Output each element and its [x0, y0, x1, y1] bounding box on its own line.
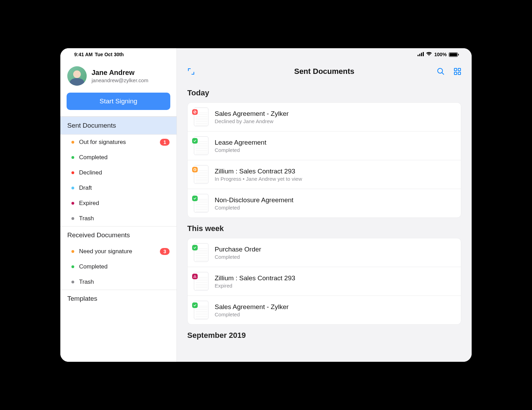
document-title: Zillium : Sales Contract 293 — [215, 168, 302, 175]
status-badge-icon — [192, 109, 198, 115]
status-dot-icon — [71, 156, 74, 159]
document-thumbnail — [194, 136, 208, 155]
document-thumbnail — [194, 243, 208, 262]
status-badge-icon — [192, 167, 198, 172]
sidebar-item-sent-0[interactable]: Out for signatures1 — [60, 135, 177, 150]
count-badge: 1 — [160, 139, 170, 146]
document-row[interactable]: Zillium : Sales Contract 293In Progress … — [188, 160, 461, 189]
profile-email: janeandrew@zylker.com — [92, 77, 148, 83]
document-thumbnail — [194, 301, 208, 319]
status-dot-icon — [71, 171, 74, 174]
sidebar-item-label: Trash — [79, 279, 170, 285]
sidebar: Jane Andrew janeandrew@zylker.com Start … — [60, 48, 177, 362]
document-row[interactable]: Purchase OrderCompleted — [188, 238, 461, 267]
status-dot-icon — [71, 141, 74, 144]
status-dot-icon — [71, 202, 74, 205]
document-row[interactable]: Lease AgreementCompleted — [188, 131, 461, 160]
sidebar-item-received-1[interactable]: Completed — [60, 259, 177, 274]
profile[interactable]: Jane Andrew janeandrew@zylker.com — [60, 63, 177, 91]
sidebar-item-label: Draft — [79, 185, 170, 191]
svg-rect-8 — [454, 72, 457, 75]
svg-rect-9 — [458, 72, 461, 75]
status-badge-icon — [192, 196, 198, 201]
document-row[interactable]: Non-Disclosure AgreementCompleted — [188, 189, 461, 217]
expand-icon[interactable] — [187, 67, 196, 76]
start-signing-button[interactable]: Start Signing — [67, 93, 170, 110]
sidebar-item-sent-1[interactable]: Completed — [60, 150, 177, 165]
svg-point-4 — [438, 68, 443, 73]
screen: Jane Andrew janeandrew@zylker.com Start … — [60, 48, 472, 362]
document-thumbnail — [194, 194, 208, 213]
status-badge-icon — [192, 274, 198, 279]
document-subtitle: In Progress • Jane Andrew yet to view — [215, 176, 302, 182]
document-title: Purchase Order — [215, 246, 261, 253]
document-thumbnail — [194, 165, 208, 184]
sidebar-item-label: Declined — [79, 169, 170, 176]
document-subtitle: Completed — [215, 147, 266, 153]
search-icon[interactable] — [436, 67, 445, 76]
sidebar-item-label: Out for signatures — [79, 139, 155, 146]
document-thumbnail — [194, 108, 208, 126]
svg-rect-7 — [458, 68, 461, 71]
status-dot-icon — [71, 281, 74, 283]
document-row[interactable]: Sales Agreement - ZylkerDeclined by Jane… — [188, 103, 461, 131]
sidebar-item-label: Completed — [79, 263, 170, 270]
document-row[interactable]: Zillium : Sales Contract 293Expired — [188, 267, 461, 296]
sidebar-item-label: Trash — [79, 215, 170, 222]
sidebar-section-received[interactable]: Received Documents — [60, 227, 177, 244]
status-badge-icon — [192, 245, 198, 250]
sidebar-item-received-2[interactable]: Trash — [60, 274, 177, 290]
status-badge-icon — [192, 302, 198, 308]
svg-line-5 — [442, 72, 444, 75]
group-title: September 2019 — [177, 325, 472, 345]
document-title: Zillium : Sales Contract 293 — [215, 274, 295, 282]
status-dot-icon — [71, 187, 74, 189]
sidebar-item-label: Need your signature — [79, 248, 155, 255]
grid-icon[interactable] — [453, 67, 462, 76]
group-title: This week — [177, 218, 472, 238]
page-title: Sent Documents — [294, 67, 354, 76]
document-list: Purchase OrderCompletedZillium : Sales C… — [187, 238, 461, 325]
document-subtitle: Completed — [215, 254, 261, 260]
sidebar-item-sent-5[interactable]: Trash — [60, 211, 177, 226]
sidebar-section-templates[interactable]: Templates — [60, 290, 177, 307]
svg-rect-6 — [454, 68, 457, 71]
status-dot-icon — [71, 265, 74, 268]
document-subtitle: Completed — [215, 311, 289, 317]
status-dot-icon — [71, 250, 74, 253]
count-badge: 3 — [160, 248, 170, 255]
sidebar-section-sent[interactable]: Sent Documents — [60, 117, 177, 135]
group-title: Today — [177, 82, 472, 102]
sidebar-item-received-0[interactable]: Need your signature3 — [60, 244, 177, 259]
document-row[interactable]: Sales Agreement - ZylkerCompleted — [188, 296, 461, 324]
document-subtitle: Completed — [215, 205, 293, 211]
document-title: Sales Agreement - Zylker — [215, 110, 289, 118]
document-title: Sales Agreement - Zylker — [215, 303, 289, 311]
sidebar-item-label: Completed — [79, 154, 170, 161]
document-title: Non-Disclosure Agreement — [215, 196, 293, 204]
sidebar-item-sent-3[interactable]: Draft — [60, 180, 177, 196]
sidebar-item-sent-2[interactable]: Declined — [60, 165, 177, 180]
document-subtitle: Expired — [215, 283, 295, 289]
document-list: Sales Agreement - ZylkerDeclined by Jane… — [187, 102, 461, 218]
avatar — [67, 66, 87, 86]
document-thumbnail — [194, 272, 208, 291]
sidebar-item-label: Expired — [79, 200, 170, 207]
main-pane: Sent Documents TodaySales Agreement - Zy… — [177, 48, 472, 362]
sidebar-item-sent-4[interactable]: Expired — [60, 196, 177, 211]
svg-line-11 — [194, 111, 196, 113]
document-subtitle: Declined by Jane Andrew — [215, 118, 289, 124]
tablet-frame: 9:41 AM Tue Oct 30th 100% Jane Andrew ja… — [52, 40, 480, 370]
document-title: Lease Agreement — [215, 139, 266, 146]
profile-name: Jane Andrew — [92, 69, 148, 77]
status-dot-icon — [71, 217, 74, 220]
status-badge-icon — [192, 138, 198, 144]
